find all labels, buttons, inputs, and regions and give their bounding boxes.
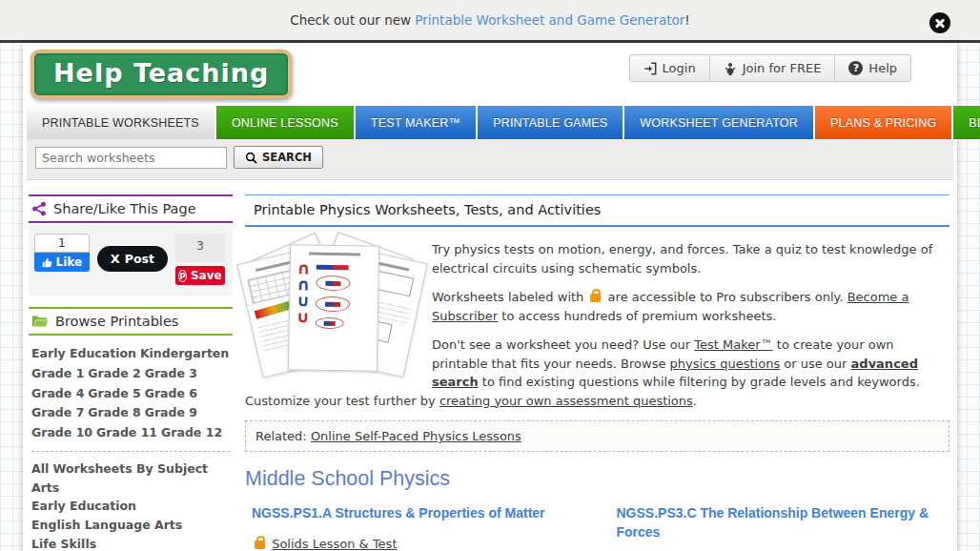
sidebar-link-grade-2[interactable]: Grade 2 [88,366,140,380]
login-label: Login [663,61,696,75]
sidebar-link-grade-6[interactable]: Grade 6 [145,386,197,400]
sidebar-link-early-education-subject[interactable]: Early Education [31,498,136,516]
lock-icon [590,294,601,302]
share-section-title: Share/Like This Page [53,201,196,216]
share-icon [31,201,47,216]
browse-section-title: Browse Printables [55,314,178,329]
sidebar-link-grade-7[interactable]: Grade 7 [31,405,84,419]
physics-worksheets-image: ∩∩∪∪ [247,242,417,376]
sidebar-link-arts[interactable]: Arts [31,480,59,498]
sidebar-link-grade-1[interactable]: Grade 1 [31,366,84,380]
grade-row: Grade 4 Grade 5 Grade 6 [31,385,230,403]
pinterest-icon: P [178,270,187,282]
lesson-columns: NGSS.PS1.A Structures & Properties of Ma… [245,504,949,551]
join-for-free-button[interactable]: Join for FREE [710,55,836,81]
related-physics-lessons-link[interactable]: Online Self-Paced Physics Lessons [311,429,521,443]
tab-worksheet-generator[interactable]: WORKSHEET GENERATOR [624,106,813,139]
search-bar: SEARCH [27,139,953,180]
help-button[interactable]: ? Help [835,55,910,81]
facebook-like-count: 1 [34,234,90,253]
page-header: Help Teaching Login Join for FREE ? Help [27,43,953,106]
search-button-label: SEARCH [262,151,312,164]
help-icon: ? [848,61,863,75]
social-widgets: 1 Like X Post 3 P Save [29,225,233,296]
sidebar-link-kindergarten[interactable]: Kindergarten [140,346,229,360]
x-logo-icon: X [111,252,120,266]
sidebar-link-grade-12[interactable]: Grade 12 [161,425,222,439]
tab-online-lessons[interactable]: ONLINE LESSONS [216,106,354,139]
grade-row: Grade 7 Grade 8 Grade 9 [31,404,230,422]
help-label: Help [868,61,897,75]
folder-icon [31,315,49,328]
thumbs-up-icon [42,257,52,268]
tab-printable-worksheets[interactable]: PRINTABLE WORKSHEETS [27,106,214,139]
search-button[interactable]: SEARCH [234,146,323,169]
browse-section-header: Browse Printables [29,307,233,336]
test-maker-link[interactable]: Test Maker™ [694,337,772,352]
solids-lesson-link[interactable]: Solids Lesson & Test [272,537,397,551]
sidebar-link-grade-3[interactable]: Grade 3 [145,366,197,380]
pinterest-widget: 3 P Save [175,234,225,285]
sidebar-link-life-skills[interactable]: Life Skills [31,536,96,551]
section-title-middle-school-physics: Middle School Physics [245,467,949,491]
sidebar-link-grade-10[interactable]: Grade 10 [31,425,92,439]
column-ngss-ps3c: NGSS.PS3.C The Relationship Between Ener… [610,504,950,551]
intro-section: ∩∩∪∪ Try physics tests on motion, energy… [245,227,949,410]
physics-questions-link[interactable]: physics questions [670,357,781,371]
related-label: Related: [255,429,311,443]
tab-blog[interactable]: BLOG [953,106,980,139]
page-container: Help Teaching Login Join for FREE ? Help [23,43,957,551]
grade-row: Grade 10 Grade 11 Grade 12 [31,424,230,442]
account-button-group: Login Join for FREE ? Help [629,54,911,82]
tab-test-maker[interactable]: TEST MAKER™ [356,106,476,139]
facebook-like-widget: 1 Like [34,234,90,272]
sidebar-link-grade-8[interactable]: Grade 8 [88,405,140,419]
sidebar-link-grade-5[interactable]: Grade 5 [88,386,140,400]
page-title: Printable Physics Worksheets, Tests, and… [245,194,949,227]
sign-in-icon [643,62,657,75]
subject-list: All Worksheets By Subject Arts Early Edu… [31,460,230,551]
main-content: Printable Physics Worksheets, Tests, and… [245,194,951,551]
sidebar-link-grade-4[interactable]: Grade 4 [31,386,84,400]
x-post-button[interactable]: X Post [97,246,168,272]
pinterest-save-button[interactable]: P Save [175,266,225,285]
grade-row: Early Education Kindergarten [31,345,230,363]
pinterest-save-label: Save [191,269,222,282]
join-label: Join for FREE [743,61,822,75]
search-icon [245,152,257,164]
sidebar-link-english-language-arts[interactable]: English Language Arts [31,517,182,535]
sidebar: Share/Like This Page 1 Like X Post [29,194,233,551]
sidebar-links: Early Education Kindergarten Grade 1 Gra… [29,336,233,551]
sidebar-divider [31,451,230,452]
tab-printable-games[interactable]: PRINTABLE GAMES [478,106,623,139]
promo-generator-link[interactable]: Printable Worksheet and Game Generator [415,12,684,28]
sidebar-link-grade-11[interactable]: Grade 11 [96,425,157,439]
related-box: Related: Online Self-Paced Physics Lesso… [245,420,949,452]
facebook-like-label: Like [56,255,83,269]
promo-banner-text: Check out our new Printable Worksheet an… [290,12,689,28]
grade-row: Grade 1 Grade 2 Grade 3 [31,365,230,383]
search-input[interactable] [35,147,227,169]
main-navigation: PRINTABLE WORKSHEETS ONLINE LESSONS TEST… [27,106,953,139]
column-ngss-ps1a: NGSS.PS1.A Structures & Properties of Ma… [245,504,585,551]
content-area: Share/Like This Page 1 Like X Post [27,180,953,551]
promo-text-prefix: Check out our new [290,12,415,28]
promo-text-suffix: ! [684,12,689,28]
sidebar-link-all-subjects[interactable]: All Worksheets By Subject [31,460,208,479]
pinterest-count: 3 [175,234,225,262]
lesson-item: Solids Lesson & Test [252,535,585,551]
logo-text: Help Teaching [53,58,269,88]
share-section-header: Share/Like This Page [29,194,233,223]
person-icon [724,62,737,75]
lock-icon [255,541,265,549]
sidebar-link-early-education[interactable]: Early Education [31,346,136,360]
help-teaching-logo[interactable]: Help Teaching [31,50,292,99]
create-questions-link[interactable]: creating your own assessment questions [439,394,693,408]
login-button[interactable]: Login [630,55,710,81]
facebook-like-button[interactable]: Like [34,253,90,272]
ngss-ps1a-title: NGSS.PS1.A Structures & Properties of Ma… [252,504,585,523]
close-icon[interactable] [929,12,950,33]
ngss-ps3c-title: NGSS.PS3.C The Relationship Between Ener… [617,504,950,541]
tab-plans-pricing[interactable]: PLANS & PRICING [815,106,951,139]
sidebar-link-grade-9[interactable]: Grade 9 [145,405,197,419]
